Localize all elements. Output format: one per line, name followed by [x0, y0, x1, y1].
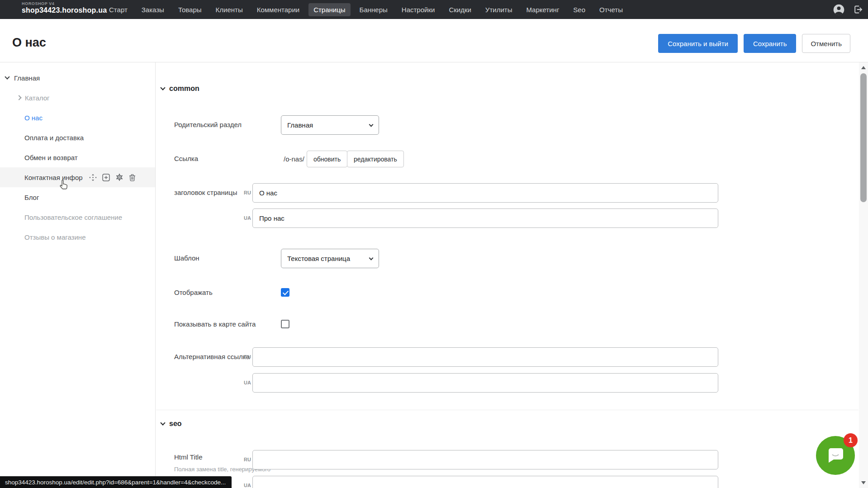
sidebar-item-contact-info[interactable]: Контактная инфор: [0, 167, 155, 187]
refresh-link-button[interactable]: обновить: [307, 151, 347, 167]
lang-badge-ru: RU: [240, 190, 251, 195]
tree-label: Обмен и возврат: [24, 154, 78, 161]
logout-icon[interactable]: [853, 4, 863, 15]
page-title-ua-input[interactable]: [252, 208, 718, 228]
page-edit-form: common Родительский раздел Главная Ссылк…: [156, 62, 859, 488]
template-select[interactable]: Текстовая страница: [281, 249, 379, 268]
menu-discounts[interactable]: Скидки: [444, 3, 476, 16]
html-title-ru-row: Html Title Полная замена title, генериру…: [156, 450, 859, 469]
alt-link-ua-input[interactable]: [252, 373, 718, 393]
sidebar-item-store-reviews[interactable]: Отзывы о магазине: [0, 227, 155, 247]
page-title-ua-row: UA: [156, 208, 859, 228]
page-title-label: заголовок страницы: [174, 189, 237, 196]
parent-section-select[interactable]: Главная: [281, 115, 379, 135]
expand-chevron-icon[interactable]: [5, 74, 9, 79]
sitemap-label: Показывать в карте сайта: [174, 320, 256, 328]
add-page-icon[interactable]: [102, 174, 110, 181]
main-menu: Старт Заказы Товары Клиенты Комментарии …: [104, 0, 628, 19]
edit-link-button[interactable]: редактировать: [347, 151, 404, 167]
html-title-label: Html Title: [174, 453, 203, 461]
template-row: Шаблон Текстовая страница: [156, 249, 859, 268]
tree-label: Блог: [24, 194, 39, 201]
cancel-button[interactable]: Отменить: [802, 34, 850, 53]
page-header: О нас Сохранить и выйти Сохранить Отмени…: [0, 19, 868, 62]
section-chevron-icon: [160, 85, 165, 90]
header-buttons: Сохранить и выйти Сохранить Отменить: [658, 34, 850, 53]
chat-bubble-icon: [825, 445, 846, 466]
alt-link-label: Альтернативная ссылка: [174, 353, 250, 360]
menu-start[interactable]: Старт: [104, 3, 133, 16]
section-title: seo: [169, 420, 182, 428]
menu-seo[interactable]: Seo: [568, 3, 590, 16]
tree-label-selected: О нас: [24, 114, 43, 122]
account-icon[interactable]: [833, 4, 845, 16]
section-title: common: [169, 85, 199, 93]
select-value: Главная: [287, 121, 313, 129]
chevron-down-icon: [369, 122, 374, 127]
status-url-text: shop34423.horoshop.ua/edit/edit.php?id=6…: [5, 479, 226, 486]
tree-label: Пользовательское соглашение: [24, 213, 122, 221]
sidebar-item-exchange-return[interactable]: Обмен и возврат: [0, 147, 155, 167]
chat-widget-button[interactable]: 1: [816, 436, 855, 475]
save-and-exit-button[interactable]: Сохранить и выйти: [658, 34, 738, 53]
brand-logo[interactable]: HOROSHOP V4 shop34423.horoshop.ua: [22, 2, 107, 14]
section-chevron-icon: [160, 420, 165, 425]
sidebar-item-catalog[interactable]: Каталог: [0, 88, 155, 108]
html-title-ru-input[interactable]: [252, 450, 718, 469]
section-divider: [156, 410, 859, 410]
save-button[interactable]: Сохранить: [744, 34, 797, 53]
sitemap-row: Показывать в карте сайта: [156, 320, 859, 329]
topbar-right: [833, 0, 863, 19]
template-label: Шаблон: [174, 254, 199, 262]
status-url-tooltip: shop34423.horoshop.ua/edit/edit.php?id=6…: [0, 476, 232, 488]
brand-domain: shop34423.horoshop.ua: [22, 6, 107, 14]
page-title: О нас: [12, 36, 46, 50]
section-common[interactable]: common: [161, 85, 199, 93]
tree-label: Оплата и доставка: [24, 134, 84, 142]
settings-gear-icon[interactable]: [115, 173, 123, 181]
page-title-ru-input[interactable]: [252, 183, 718, 203]
tree-label: Главная: [14, 74, 40, 82]
sidebar-item-home[interactable]: Главная: [0, 68, 155, 88]
link-row: Ссылка /o-nas/ обновить редактировать: [156, 151, 859, 167]
sidebar-item-payment-delivery[interactable]: Оплата и доставка: [0, 128, 155, 147]
parent-section-label: Родительский раздел: [174, 121, 242, 128]
menu-utilities[interactable]: Утилиты: [480, 3, 517, 16]
topbar: HOROSHOP V4 shop34423.horoshop.ua Старт …: [0, 0, 868, 19]
scrollbar-down-arrow-icon[interactable]: [861, 481, 866, 484]
menu-marketing[interactable]: Маркетинг: [521, 3, 564, 16]
scrollbar-up-arrow-icon[interactable]: [861, 66, 866, 69]
tree-label: Каталог: [25, 94, 50, 102]
menu-reports[interactable]: Отчеты: [594, 3, 628, 16]
delete-trash-icon[interactable]: [129, 174, 136, 181]
section-seo[interactable]: seo: [161, 420, 182, 428]
link-path: /o-nas/: [284, 155, 304, 163]
sitemap-checkbox[interactable]: [281, 320, 289, 328]
lang-badge-ua: UA: [240, 380, 251, 385]
menu-comments[interactable]: Комментарии: [252, 3, 304, 16]
alt-link-ru-input[interactable]: [252, 347, 718, 367]
scrollbar-thumb[interactable]: [860, 73, 867, 202]
menu-pages[interactable]: Страницы: [308, 3, 350, 16]
vertical-scrollbar[interactable]: [859, 62, 868, 488]
tree-label: Контактная инфор: [24, 174, 83, 181]
drag-move-icon[interactable]: [89, 174, 97, 181]
alt-link-ru-row: Альтернативная ссылка RU: [156, 347, 859, 367]
menu-products[interactable]: Товары: [173, 3, 207, 16]
menu-orders[interactable]: Заказы: [137, 3, 169, 16]
sidebar-item-blog[interactable]: Блог: [0, 187, 155, 207]
link-label: Ссылка: [174, 155, 198, 162]
sidebar-item-user-agreement[interactable]: Пользовательское соглашение: [0, 207, 155, 227]
menu-clients[interactable]: Клиенты: [211, 3, 248, 16]
menu-banners[interactable]: Баннеры: [355, 3, 393, 16]
html-title-ua-row: UA: [156, 476, 859, 488]
collapse-chevron-icon[interactable]: [16, 95, 21, 100]
html-title-ua-input[interactable]: [252, 476, 718, 488]
display-checkbox[interactable]: [281, 288, 289, 297]
lang-badge-ua: UA: [240, 483, 251, 488]
lang-badge-ru: RU: [240, 354, 251, 360]
display-label: Отображать: [174, 289, 213, 296]
lang-badge-ru: RU: [240, 457, 251, 462]
sidebar-item-about[interactable]: О нас: [0, 108, 155, 128]
menu-settings[interactable]: Настройки: [397, 3, 440, 16]
